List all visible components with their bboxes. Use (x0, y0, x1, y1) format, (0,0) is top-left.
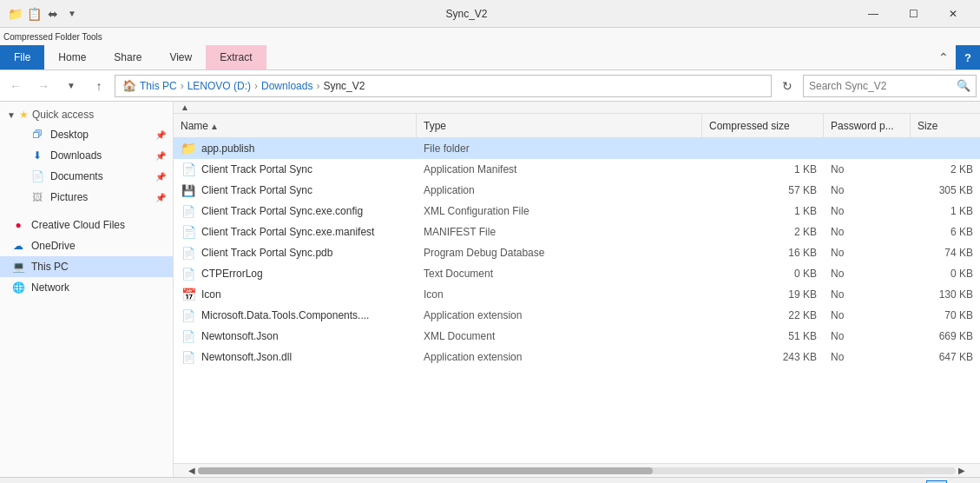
pin-icon: 📌 (155, 193, 166, 202)
sidebar-item-desktop[interactable]: 🗇 Desktop 📌 (0, 124, 173, 145)
maximize-button[interactable]: ☐ (893, 0, 933, 28)
tiles-view-button[interactable] (949, 480, 970, 484)
sort-arrow-name: ▲ (210, 122, 219, 131)
table-row[interactable]: 📄 Client Track Portal Sync.pdb Program D… (174, 242, 980, 263)
titlebar-icons: 📁 📋 ⬌ ▼ (7, 6, 80, 22)
search-input[interactable] (809, 80, 953, 92)
file-size (911, 138, 980, 159)
address-bar[interactable]: 🏠 This PC › LENOVO (D:) › Downloads › Sy… (115, 75, 772, 97)
sidebar-network-label: Network (31, 281, 69, 294)
table-row[interactable]: 💾 Client Track Portal Sync Application 5… (174, 180, 980, 201)
window-title: Sync_V2 (80, 8, 853, 20)
table-row[interactable]: 📄 Newtonsoft.Json.dll Application extens… (174, 347, 980, 367)
file-compressed: 1 KB (702, 201, 824, 222)
file-compressed: 19 KB (702, 284, 824, 305)
file-size: 6 KB (911, 222, 980, 242)
file-type-icon: 📄 (181, 162, 196, 177)
file-type: Text Document (417, 263, 702, 284)
col-name[interactable]: Name ▲ (174, 114, 417, 138)
sidebar-item-downloads[interactable]: ⬇ Downloads 📌 (0, 145, 173, 166)
search-box: 🔍 (803, 75, 977, 97)
tab-share[interactable]: Share (100, 45, 155, 69)
file-name: app.publish (201, 142, 254, 155)
details-view-button[interactable] (926, 480, 947, 484)
sidebar-item-network[interactable]: 🌐 Network (0, 277, 173, 298)
up-button[interactable]: ↑ (87, 74, 111, 98)
network-icon: 🌐 (10, 280, 26, 295)
recent-locations-button[interactable]: ▼ (59, 74, 83, 98)
file-password: No (824, 222, 911, 242)
tab-home[interactable]: Home (44, 45, 100, 69)
file-compressed: 22 KB (702, 305, 824, 326)
minimize-button[interactable]: — (853, 0, 893, 28)
file-name: Newtonsoft.Json (201, 330, 279, 342)
statusbar: 11 items (0, 477, 980, 483)
file-name: Client Track Portal Sync (201, 184, 312, 196)
horizontal-scrollbar[interactable]: ◀ ▶ (174, 463, 980, 477)
col-password[interactable]: Password p... (824, 114, 911, 138)
breadcrumb-thispc[interactable]: This PC (140, 80, 177, 92)
tab-view[interactable]: View (155, 45, 206, 69)
file-password: No (824, 201, 911, 222)
file-size: 669 KB (911, 326, 980, 347)
breadcrumb-downloads[interactable]: Downloads (261, 80, 312, 92)
scrollbar-thumb[interactable] (198, 467, 653, 474)
sidebar-item-documents[interactable]: 📄 Documents 📌 (0, 166, 173, 187)
col-type[interactable]: Type (417, 114, 702, 138)
quick-access-header[interactable]: ▼ ★ Quick access (0, 105, 173, 124)
table-row[interactable]: 📄 CTPErrorLog Text Document 0 KB No 0 KB (174, 263, 980, 284)
file-name: Microsoft.Data.Tools.Components.... (201, 309, 369, 321)
sidebar-item-pictures[interactable]: 🖼 Pictures 📌 (0, 187, 173, 208)
documents-icon: 📄 (30, 169, 45, 184)
file-password: No (824, 242, 911, 263)
sidebar-desktop-label: Desktop (50, 129, 89, 141)
table-row[interactable]: 📄 Microsoft.Data.Tools.Components.... Ap… (174, 305, 980, 326)
ribbon-more: ⌃ ? (931, 45, 980, 69)
sidebar-item-onedrive[interactable]: ☁ OneDrive (0, 235, 173, 256)
table-row[interactable]: 📅 Icon Icon 19 KB No 130 KB (174, 284, 980, 305)
scroll-right-button[interactable]: ▶ (956, 465, 968, 477)
tab-file[interactable]: File (0, 45, 44, 69)
file-compressed: 57 KB (702, 180, 824, 201)
file-type: MANIFEST File (417, 222, 702, 242)
tab-extract[interactable]: Extract (206, 45, 266, 69)
breadcrumb-lenovo[interactable]: LENOVO (D:) (187, 80, 251, 92)
file-list-scroll[interactable]: 📁 app.publish File folder 📄 Client Track… (174, 138, 980, 463)
file-compressed: 16 KB (702, 242, 824, 263)
col-compressed[interactable]: Compressed size (702, 114, 824, 138)
file-password: No (824, 347, 911, 367)
view-controls (926, 480, 970, 484)
file-type-icon: 📄 (181, 224, 196, 240)
file-name-cell: 📄 Client Track Portal Sync.exe.manifest (174, 222, 417, 242)
file-name-cell: 📄 Client Track Portal Sync.exe.config (174, 201, 417, 222)
sidebar-thispc-label: This PC (31, 261, 69, 273)
file-password: No (824, 305, 911, 326)
table-row[interactable]: 📄 Client Track Portal Sync.exe.manifest … (174, 222, 980, 242)
help-button[interactable]: ? (956, 45, 980, 69)
table-row[interactable]: 📁 app.publish File folder (174, 138, 980, 159)
refresh-button[interactable]: ↻ (775, 74, 799, 98)
forward-button[interactable]: → (31, 74, 56, 98)
ribbon-expand-button[interactable]: ⌃ (931, 45, 956, 69)
scroll-left-button[interactable]: ◀ (186, 465, 198, 477)
save-icon: 📋 (26, 6, 42, 22)
col-size[interactable]: Size (911, 114, 980, 138)
table-row[interactable]: 📄 Newtonsoft.Json XML Document 51 KB No … (174, 326, 980, 347)
table-row[interactable]: 📄 Client Track Portal Sync Application M… (174, 159, 980, 180)
file-compressed: 0 KB (702, 263, 824, 284)
file-type: XML Document (417, 326, 702, 347)
file-type-icon: 📄 (181, 266, 196, 281)
scrollbar-track[interactable] (198, 467, 956, 474)
titlebar-controls: — ☐ ✕ (853, 0, 973, 28)
close-button[interactable]: ✕ (933, 0, 973, 28)
dropdown-icon[interactable]: ▼ (64, 6, 80, 22)
table-row[interactable]: 📄 Client Track Portal Sync.exe.config XM… (174, 201, 980, 222)
sidebar-item-this-pc[interactable]: 💻 This PC (0, 256, 173, 277)
file-type-icon: 📄 (181, 308, 196, 323)
back-button[interactable]: ← (3, 74, 28, 98)
file-type: Icon (417, 284, 702, 305)
sidebar-item-creative-cloud[interactable]: ● Creative Cloud Files (0, 215, 173, 235)
file-type-icon: 💾 (181, 182, 196, 198)
file-size: 1 KB (911, 201, 980, 222)
main-area: ▼ ★ Quick access 🗇 Desktop 📌 ⬇ Downloads… (0, 102, 980, 477)
